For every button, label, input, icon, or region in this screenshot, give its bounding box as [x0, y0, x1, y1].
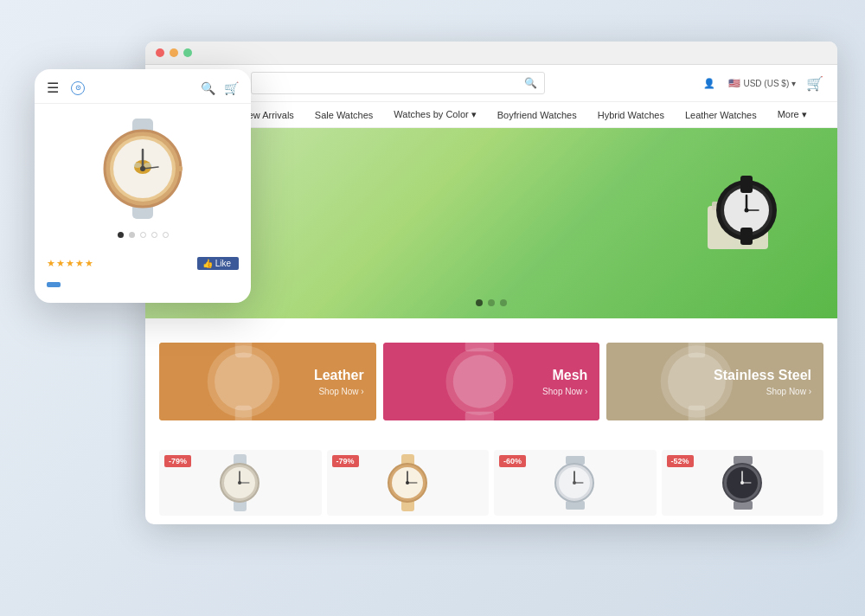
nav-watches-by-color[interactable]: Watches by Color ▾ — [383, 102, 486, 127]
mobile-search-icon[interactable]: 🔍 — [201, 81, 215, 95]
deal-watch-svg-3 — [551, 452, 599, 513]
deal-badge-1: -79% — [164, 455, 191, 467]
deal-watch-svg-2 — [384, 452, 432, 513]
category-leather[interactable]: Leather Shop Now › — [159, 343, 376, 420]
search-button[interactable]: 🔍 — [517, 73, 544, 93]
mobile-browser: ☰ ⊙ 🔍 🛒 — [35, 69, 251, 303]
svg-point-31 — [238, 481, 241, 484]
svg-point-52 — [740, 481, 744, 484]
mobile-product-image — [86, 112, 199, 225]
svg-point-59 — [133, 163, 142, 168]
hero-dot-1[interactable] — [476, 299, 483, 306]
savings-badge — [47, 282, 61, 287]
categories-row: Leather Shop Now › Mesh Shop Now › — [145, 343, 837, 433]
category-leather-name: Leather — [314, 368, 364, 383]
category-steel-overlay: Stainless Steel Shop Now › — [606, 343, 823, 420]
category-steel-name: Stainless Steel — [714, 368, 811, 383]
category-steel[interactable]: Stainless Steel Shop Now › — [606, 343, 823, 420]
carousel-dot-1[interactable] — [118, 232, 124, 238]
deal-watch-4 — [716, 457, 768, 509]
deal-badge-3: -60% — [499, 455, 526, 467]
deal-watch-2 — [381, 457, 433, 509]
carousel-dots — [118, 232, 169, 238]
category-mesh-name: Mesh — [552, 368, 587, 383]
carousel-dot-4[interactable] — [151, 232, 157, 238]
browser-dot-red — [156, 48, 164, 57]
nav-boyfriend-watches[interactable]: Boyfriend Watches — [487, 103, 587, 127]
login-link[interactable]: 👤 — [703, 78, 718, 89]
categories-section-title — [145, 318, 837, 343]
mobile-logo: ⊙ — [67, 81, 192, 95]
product-stars: ★ ★ ★ ★ ★ — [47, 258, 93, 269]
category-mesh[interactable]: Mesh Shop Now › — [383, 343, 600, 420]
svg-point-64 — [140, 166, 145, 171]
product-rating: ★ ★ ★ ★ ★ 👍 Like — [47, 257, 239, 270]
deals-row: -79% -79% — [145, 450, 837, 524]
deal-badge-2: -79% — [332, 455, 359, 467]
hero-dots — [476, 299, 507, 306]
hero-watch-illustration — [578, 128, 837, 318]
deal-card-1[interactable]: -79% — [159, 450, 322, 516]
browser-dot-green — [183, 48, 192, 57]
mobile-product-info: ★ ★ ★ ★ ★ 👍 Like — [35, 247, 251, 303]
category-steel-shop: Shop Now › — [766, 387, 811, 396]
carousel-dot-2[interactable] — [129, 232, 135, 238]
browser-dot-yellow — [170, 48, 178, 57]
currency-selector[interactable]: 🇺🇸 USD (US $) ▾ — [728, 78, 796, 89]
mobile-header: ☰ ⊙ 🔍 🛒 — [35, 69, 251, 104]
star-3: ★ — [66, 258, 74, 269]
svg-point-45 — [573, 481, 576, 484]
star-5: ★ — [85, 258, 93, 269]
svg-rect-6 — [740, 228, 753, 245]
mobile-watch-svg — [91, 117, 195, 221]
deal-watch-3 — [549, 457, 601, 509]
deal-watch-svg-1 — [216, 452, 264, 513]
mobile-carousel — [35, 104, 251, 247]
search-input[interactable] — [252, 74, 517, 93]
nav-more[interactable]: More ▾ — [767, 102, 817, 127]
category-mesh-overlay: Mesh Shop Now › — [383, 343, 600, 420]
deal-watch-svg-4 — [719, 452, 766, 513]
star-4: ★ — [75, 258, 84, 269]
hero-dot-2[interactable] — [488, 299, 495, 306]
nav-sale-watches[interactable]: Sale Watches — [304, 103, 383, 127]
best-deals-title — [145, 433, 837, 450]
hero-watch-svg — [612, 137, 803, 310]
carousel-dot-3[interactable] — [140, 232, 146, 238]
mobile-cart-icon[interactable]: 🛒 — [224, 81, 239, 95]
svg-point-38 — [406, 481, 409, 484]
flag-icon: 🇺🇸 — [728, 78, 740, 89]
cart-icon: 🛒 — [806, 75, 823, 92]
svg-point-9 — [745, 209, 749, 213]
nav-hybrid-watches[interactable]: Hybrid Watches — [587, 103, 675, 127]
star-1: ★ — [47, 258, 55, 269]
mobile-menu-icon[interactable]: ☰ — [47, 80, 59, 96]
category-mesh-shop: Shop Now › — [542, 387, 587, 396]
deal-watch-1 — [215, 457, 266, 509]
desktop-search-bar[interactable]: 🔍 — [251, 72, 545, 94]
like-thumb-icon: 👍 — [202, 259, 213, 268]
svg-rect-5 — [740, 176, 753, 193]
facebook-like-button[interactable]: 👍 Like — [197, 257, 239, 270]
category-leather-overlay: Leather Shop Now › — [159, 343, 376, 420]
browser-titlebar — [145, 42, 837, 65]
user-icon: 👤 — [703, 78, 715, 89]
nav-leather-watches[interactable]: Leather Watches — [675, 103, 767, 127]
hero-dot-3[interactable] — [500, 299, 507, 306]
mobile-logo-icon: ⊙ — [71, 81, 85, 95]
deal-badge-4: -52% — [667, 455, 694, 467]
svg-point-60 — [144, 163, 152, 168]
deal-card-4[interactable]: -52% — [662, 450, 824, 516]
currency-label: USD (US $) ▾ — [743, 79, 796, 88]
svg-rect-65 — [177, 166, 183, 171]
deal-card-3[interactable]: -60% — [494, 450, 657, 516]
category-leather-shop: Shop Now › — [318, 387, 363, 396]
header-actions: 👤 🇺🇸 USD (US $) ▾ 🛒 — [703, 75, 823, 92]
carousel-dot-5[interactable] — [163, 232, 169, 238]
cart-link[interactable]: 🛒 — [806, 75, 823, 92]
deal-card-2[interactable]: -79% — [327, 450, 490, 516]
star-2: ★ — [56, 258, 65, 269]
like-label: Like — [215, 259, 231, 268]
